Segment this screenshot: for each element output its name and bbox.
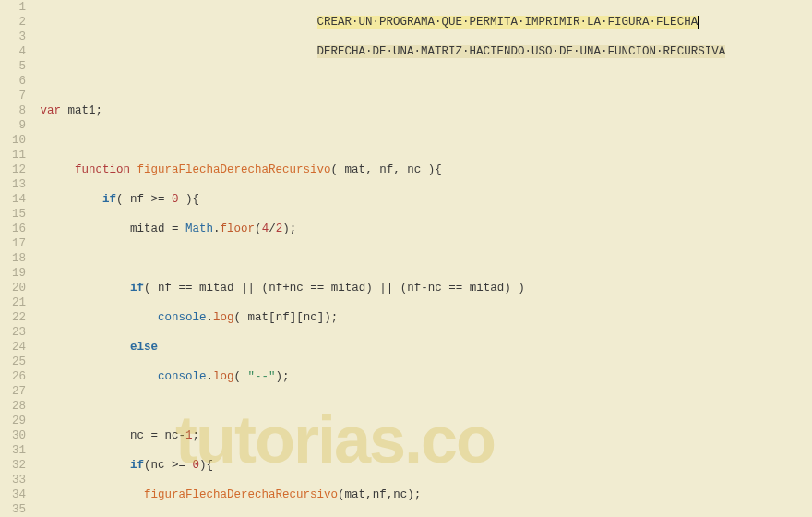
code-line [33,251,812,266]
code-line: var mat1; [33,103,812,118]
line-number: 8 [0,103,26,118]
line-number: 27 [0,384,26,399]
code-line: if( nf >= 0 ){ [33,192,812,207]
line-number: 13 [0,177,26,192]
code-line: figuraFlechaDerechaRecursivo(mat,nf,nc); [33,487,812,502]
line-number: 6 [0,74,26,89]
line-number: 33 [0,473,26,487]
line-number: 30 [0,428,26,443]
code-line: if(nc >= 0){ [33,458,812,473]
line-number: 17 [0,236,26,251]
code-line: nc = nc-1; [33,428,812,443]
line-number: 28 [0,399,26,414]
line-number: 18 [0,251,26,266]
code-line: DERECHA·DE·UNA·MATRIZ·HACIENDO·USO·DE·UN… [33,44,812,59]
line-number: 34 [0,487,26,502]
line-number-gutter: 1 2 3 4 5 6 7 8 9 10 11 12 13 14 15 16 1… [0,0,33,517]
line-number: 19 [0,266,26,281]
line-number: 26 [0,369,26,384]
line-number: 29 [0,414,26,428]
code-line: CREAR·UN·PROGRAMA·QUE·PERMITA·IMPRIMIR·L… [33,15,812,30]
code-line: console.log( mat[nf][nc]); [33,310,812,325]
line-number: 4 [0,44,26,59]
code-line: else [33,340,812,355]
code-line: mitad = Math.floor(4/2); [33,222,812,236]
line-number: 5 [0,59,26,74]
line-number: 14 [0,192,26,207]
line-number: 31 [0,443,26,458]
code-editor: 1 2 3 4 5 6 7 8 9 10 11 12 13 14 15 16 1… [0,0,812,517]
line-number: 11 [0,148,26,162]
line-number: 25 [0,355,26,369]
line-number: 7 [0,89,26,103]
line-number: 2 [0,15,26,30]
line-number: 3 [0,30,26,44]
line-number: 15 [0,207,26,222]
line-number: 16 [0,222,26,236]
line-number: 20 [0,281,26,295]
line-number: 24 [0,340,26,355]
code-line [33,399,812,414]
line-number: 1 [0,0,26,15]
line-number: 10 [0,133,26,148]
code-line: if( nf == mitad || (nf+nc == mitad) || (… [33,281,812,295]
line-number: 22 [0,310,26,325]
text-cursor [698,16,699,29]
code-line: console.log( "--"); [33,369,812,384]
code-content[interactable]: CREAR·UN·PROGRAMA·QUE·PERMITA·IMPRIMIR·L… [33,0,812,517]
highlighted-comment: DERECHA·DE·UNA·MATRIZ·HACIENDO·USO·DE·UN… [317,45,726,58]
line-number: 21 [0,295,26,310]
line-number: 9 [0,118,26,133]
line-number: 12 [0,162,26,177]
code-line: function figuraFlechaDerechaRecursivo( m… [33,162,812,177]
code-line [33,74,812,89]
highlighted-comment: CREAR·UN·PROGRAMA·QUE·PERMITA·IMPRIMIR·L… [317,16,699,29]
line-number: 35 [0,502,26,517]
line-number: 23 [0,325,26,340]
line-number: 32 [0,458,26,473]
code-line [33,133,812,148]
